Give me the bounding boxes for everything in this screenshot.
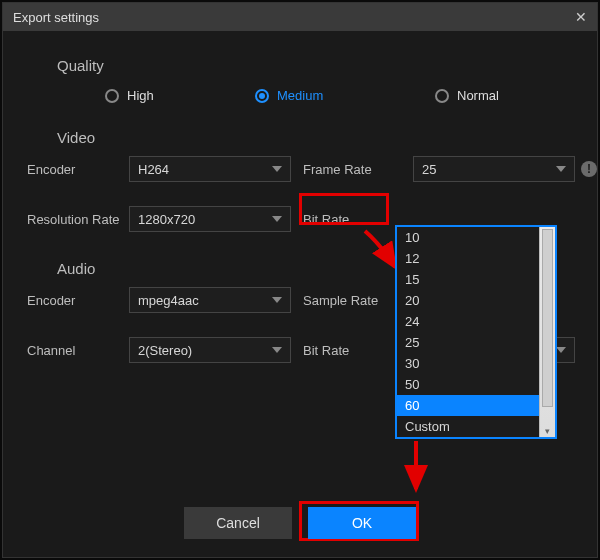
warning-icon[interactable]: ! xyxy=(581,161,597,177)
chevron-down-icon xyxy=(556,347,566,353)
close-icon[interactable]: ✕ xyxy=(575,9,587,25)
select-channel[interactable]: 2(Stereo) xyxy=(129,337,291,363)
export-settings-dialog: Export settings ✕ Quality High Medium No… xyxy=(2,2,598,558)
select-value: 1280x720 xyxy=(138,212,195,227)
label-video-bitrate: Bit Rate xyxy=(297,212,407,227)
dropdown-item-60[interactable]: 60 xyxy=(397,395,539,416)
quality-radio-high[interactable]: High xyxy=(105,88,255,103)
dropdown-list: 10 12 15 20 24 25 30 50 60 Custom xyxy=(397,227,539,437)
frame-rate-dropdown[interactable]: 10 12 15 20 24 25 30 50 60 Custom ▾ xyxy=(395,225,557,439)
cancel-button[interactable]: Cancel xyxy=(184,507,292,539)
select-frame-rate[interactable]: 25 xyxy=(413,156,575,182)
select-value: 2(Stereo) xyxy=(138,343,192,358)
select-resolution[interactable]: 1280x720 xyxy=(129,206,291,232)
quality-options: High Medium Normal xyxy=(105,88,573,103)
dropdown-item-12[interactable]: 12 xyxy=(397,248,539,269)
label-audio-encoder: Encoder xyxy=(27,293,123,308)
dialog-title: Export settings xyxy=(13,10,99,25)
label-resolution: Resolution Rate xyxy=(27,212,123,227)
dropdown-item-24[interactable]: 24 xyxy=(397,311,539,332)
scrollbar-thumb[interactable] xyxy=(542,229,553,407)
select-value: 25 xyxy=(422,162,436,177)
quality-radio-medium[interactable]: Medium xyxy=(255,88,435,103)
ok-button[interactable]: OK xyxy=(308,507,416,539)
radio-icon xyxy=(105,89,119,103)
label-video-encoder: Encoder xyxy=(27,162,123,177)
dropdown-item-10[interactable]: 10 xyxy=(397,227,539,248)
section-heading-video: Video xyxy=(57,129,573,146)
chevron-down-icon xyxy=(272,166,282,172)
select-value: H264 xyxy=(138,162,169,177)
select-value: mpeg4aac xyxy=(138,293,199,308)
chevron-down-icon xyxy=(556,166,566,172)
dialog-footer: Cancel OK xyxy=(3,507,597,539)
dropdown-item-25[interactable]: 25 xyxy=(397,332,539,353)
radio-label: Normal xyxy=(457,88,499,103)
label-channel: Channel xyxy=(27,343,123,358)
label-frame-rate: Frame Rate xyxy=(297,162,407,177)
select-video-encoder[interactable]: H264 xyxy=(129,156,291,182)
chevron-down-icon xyxy=(272,347,282,353)
label-audio-bitrate: Bit Rate xyxy=(297,343,407,358)
dropdown-item-15[interactable]: 15 xyxy=(397,269,539,290)
dropdown-item-50[interactable]: 50 xyxy=(397,374,539,395)
radio-label: Medium xyxy=(277,88,323,103)
chevron-down-icon xyxy=(272,216,282,222)
radio-icon xyxy=(435,89,449,103)
chevron-down-icon xyxy=(272,297,282,303)
quality-radio-normal[interactable]: Normal xyxy=(435,88,499,103)
select-audio-encoder[interactable]: mpeg4aac xyxy=(129,287,291,313)
titlebar: Export settings ✕ xyxy=(3,3,597,31)
scroll-down-icon[interactable]: ▾ xyxy=(540,425,555,437)
dropdown-item-30[interactable]: 30 xyxy=(397,353,539,374)
dropdown-item-20[interactable]: 20 xyxy=(397,290,539,311)
section-heading-quality: Quality xyxy=(57,57,573,74)
video-grid: Encoder H264 Frame Rate 25 ! Resolution … xyxy=(27,156,573,232)
annotation-arrow-2 xyxy=(401,439,431,499)
dropdown-item-custom[interactable]: Custom xyxy=(397,416,539,437)
radio-label: High xyxy=(127,88,154,103)
scrollbar[interactable]: ▾ xyxy=(539,227,555,437)
label-sample-rate: Sample Rate xyxy=(297,293,407,308)
radio-icon xyxy=(255,89,269,103)
